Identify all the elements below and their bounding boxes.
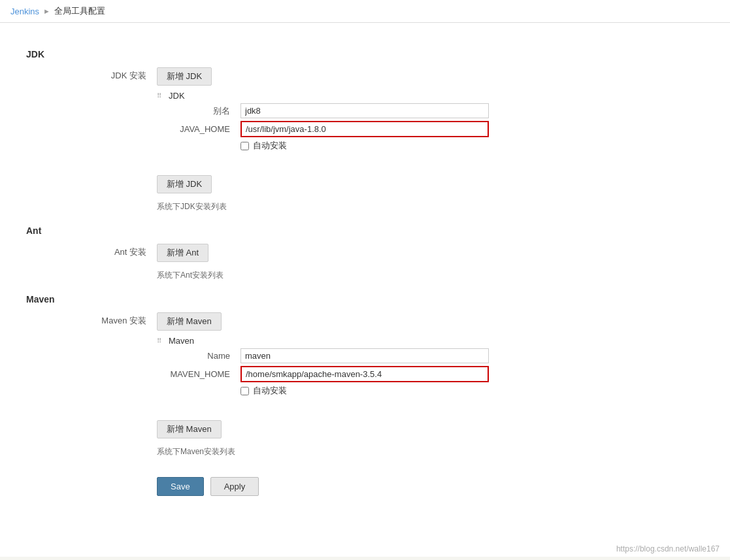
maven-home-input[interactable] — [241, 366, 489, 382]
add-jdk-button-2[interactable]: 新增 JDK — [157, 175, 212, 193]
maven-section-header: Maven — [26, 294, 704, 305]
bottom-buttons: Save Apply — [26, 477, 704, 496]
watermark: https://blog.csdn.net/walle167 — [616, 544, 720, 553]
jdk-java-home-row: JAVA_HOME — [157, 121, 704, 137]
maven-name-row: Name — [157, 348, 704, 363]
apply-button[interactable]: Apply — [210, 477, 259, 496]
maven-home-row: MAVEN_HOME — [157, 366, 704, 382]
current-page-label: 全局工具配置 — [54, 5, 105, 17]
add-ant-button[interactable]: 新增 Ant — [157, 244, 208, 262]
jenkins-home-link[interactable]: Jenkins — [10, 7, 39, 16]
jdk-alias-input[interactable] — [241, 103, 489, 118]
maven-auto-install-label: 自动安装 — [253, 385, 287, 397]
breadcrumb-separator: ► — [43, 7, 50, 15]
jdk-item-block: ⠿ JDK 别名 JAVA_HOME 自动安装 — [157, 91, 704, 152]
jdk-java-home-label: JAVA_HOME — [157, 124, 235, 134]
maven-name-input[interactable] — [241, 348, 489, 363]
maven-home-label: MAVEN_HOME — [157, 369, 235, 379]
add-jdk-button[interactable]: 新增 JDK — [157, 67, 212, 86]
maven-auto-install-row: 自动安装 — [241, 385, 704, 397]
jdk-item-header: ⠿ JDK — [157, 91, 704, 101]
jdk-install-row: JDK 安装 新增 JDK ⠿ JDK 别名 JAVA_HOME — [26, 67, 704, 212]
jdk-section-header: JDK — [26, 49, 704, 59]
add-maven-button-2[interactable]: 新增 Maven — [157, 420, 222, 438]
maven-name-label: Name — [157, 351, 235, 361]
jdk-drag-handle: ⠿ — [157, 92, 166, 99]
maven-item-block: ⠿ Maven Name MAVEN_HOME 自动安装 — [157, 336, 704, 397]
maven-system-list-label: 系统下Maven安装列表 — [157, 446, 704, 457]
ant-install-row: Ant 安装 新增 Ant 系统下Ant安装列表 — [26, 244, 704, 281]
ant-system-list-label: 系统下Ant安装列表 — [157, 270, 704, 281]
maven-install-label: Maven 安装 — [26, 312, 157, 327]
main-content: JDK JDK 安装 新增 JDK ⠿ JDK 别名 JAVA_H — [0, 23, 730, 557]
jdk-java-home-input[interactable] — [241, 121, 489, 137]
jdk-auto-install-checkbox[interactable] — [241, 142, 249, 150]
maven-drag-handle: ⠿ — [157, 337, 166, 344]
maven-auto-install-checkbox[interactable] — [241, 387, 249, 395]
save-button[interactable]: Save — [157, 477, 204, 496]
jdk-alias-label: 别名 — [157, 105, 235, 117]
ant-section-header: Ant — [26, 225, 704, 236]
add-maven-button[interactable]: 新增 Maven — [157, 312, 222, 331]
jdk-install-label: JDK 安装 — [26, 67, 157, 82]
jdk-system-list-label: 系统下JDK安装列表 — [157, 201, 704, 212]
ant-install-label: Ant 安装 — [26, 244, 157, 258]
jdk-alias-row: 别名 — [157, 103, 704, 118]
jdk-auto-install-label: 自动安装 — [253, 140, 287, 152]
ant-install-content: 新增 Ant 系统下Ant安装列表 — [157, 244, 704, 281]
jdk-install-content: 新增 JDK ⠿ JDK 别名 JAVA_HOME — [157, 67, 704, 212]
jdk-auto-install-row: 自动安装 — [241, 140, 704, 152]
maven-install-row: Maven 安装 新增 Maven ⠿ Maven Name MAVEN_HOM… — [26, 312, 704, 457]
topbar: Jenkins ► 全局工具配置 — [0, 0, 730, 23]
maven-install-content: 新增 Maven ⠿ Maven Name MAVEN_HOME — [157, 312, 704, 457]
maven-item-header: ⠿ Maven — [157, 336, 704, 346]
maven-item-label: Maven — [169, 336, 194, 346]
jdk-item-label: JDK — [169, 91, 185, 101]
